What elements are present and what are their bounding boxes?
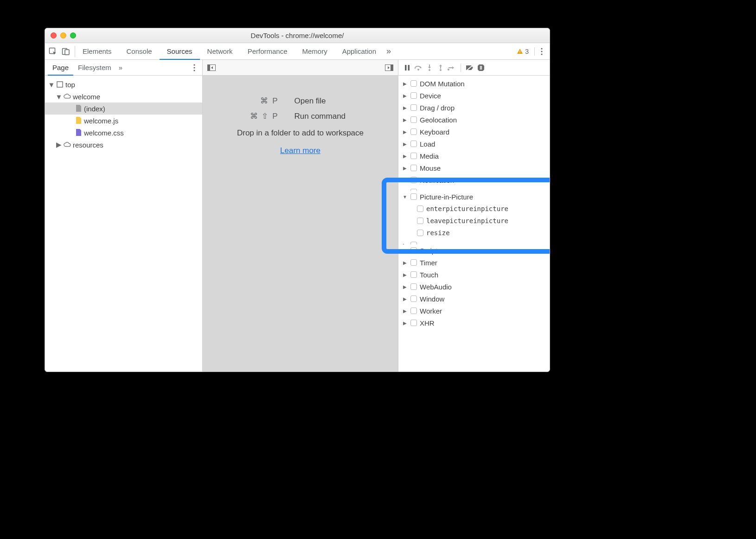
- category-label: Device: [420, 92, 441, 100]
- step-over-icon[interactable]: [413, 63, 423, 73]
- tree-node-domain[interactable]: ▼ welcome: [45, 90, 202, 103]
- tree-node-top[interactable]: ▼ top: [45, 78, 202, 90]
- checkbox[interactable]: [410, 242, 417, 244]
- event-category[interactable]: ▶ Geolocation: [398, 114, 550, 126]
- event-category[interactable]: ▶ Window: [398, 293, 550, 305]
- checkbox[interactable]: [417, 218, 423, 224]
- event-label: resize: [426, 229, 450, 237]
- tab-sources[interactable]: Sources: [160, 44, 200, 60]
- step-icon[interactable]: [447, 63, 457, 73]
- event-category[interactable]: ▶ Worker: [398, 305, 550, 317]
- checkbox[interactable]: [410, 128, 417, 135]
- chevron-right-icon: ▶: [402, 260, 408, 265]
- event-category[interactable]: ▶ XHR: [398, 317, 550, 329]
- settings-menu-icon[interactable]: [537, 48, 547, 55]
- category-label: Window: [420, 295, 444, 303]
- shortcut-keys: ⌘ P: [237, 96, 279, 106]
- checkbox[interactable]: [410, 153, 417, 159]
- event-item[interactable]: enterpictureinpicture: [398, 203, 550, 215]
- more-tabs-icon[interactable]: »: [384, 46, 394, 57]
- event-category[interactable]: ▶ Touch: [398, 269, 550, 281]
- step-into-icon[interactable]: [424, 63, 435, 73]
- tab-elements[interactable]: Elements: [75, 43, 119, 59]
- checkbox[interactable]: [417, 230, 423, 236]
- checkbox[interactable]: [410, 177, 417, 183]
- event-category[interactable]: ▶ Media: [398, 150, 550, 162]
- event-category[interactable]: ▶ Mouse: [398, 162, 550, 174]
- event-category[interactable]: ▶ WebAudio: [398, 281, 550, 293]
- checkbox[interactable]: [417, 205, 423, 212]
- more-subtabs-icon[interactable]: »: [116, 64, 125, 71]
- svg-point-5: [541, 48, 542, 49]
- event-item[interactable]: resize: [398, 227, 550, 239]
- close-window-button[interactable]: [51, 32, 57, 38]
- zoom-window-button[interactable]: [70, 32, 76, 38]
- checkbox[interactable]: [410, 141, 417, 147]
- minimize-window-button[interactable]: [60, 32, 66, 38]
- chevron-right-icon: ▶: [402, 105, 408, 110]
- subtab-filesystem[interactable]: Filesystem: [73, 60, 116, 75]
- checkbox[interactable]: [410, 92, 417, 99]
- event-category[interactable]: ▶ DOM Mutation: [398, 77, 550, 90]
- devtools-window: DevTools - chrome://welcome/ Elements Co…: [45, 28, 550, 372]
- learn-more-link[interactable]: Learn more: [280, 146, 320, 155]
- event-category[interactable]: ▶: [398, 239, 550, 244]
- pause-script-icon[interactable]: [402, 63, 412, 73]
- svg-point-20: [440, 69, 442, 71]
- tab-network[interactable]: Network: [200, 43, 240, 59]
- category-label: Worker: [420, 307, 442, 315]
- tree-node-resources[interactable]: ▶ resources: [45, 139, 202, 151]
- checkbox[interactable]: [410, 104, 417, 111]
- svg-point-8: [193, 64, 195, 65]
- navigator-menu-icon[interactable]: [189, 64, 199, 71]
- checkbox[interactable]: [410, 193, 417, 200]
- tab-console[interactable]: Console: [119, 43, 160, 59]
- checkbox[interactable]: [410, 189, 417, 191]
- warnings-badge[interactable]: 3: [513, 48, 532, 55]
- event-category-picture-in-picture[interactable]: ▼ Picture-in-Picture: [398, 191, 550, 203]
- tab-memory[interactable]: Memory: [295, 43, 335, 59]
- category-label: Picture-in-Picture: [420, 193, 473, 201]
- checkbox[interactable]: [410, 165, 417, 171]
- event-item[interactable]: leavepictureinpicture: [398, 215, 550, 227]
- tree-node-welcome-js[interactable]: welcome.js: [45, 115, 202, 127]
- checkbox[interactable]: [410, 295, 417, 302]
- event-category[interactable]: ▶ Notification: [398, 174, 550, 186]
- event-category[interactable]: ▶ Device: [398, 90, 550, 102]
- frame-icon: [56, 80, 64, 89]
- checkbox[interactable]: [410, 283, 417, 290]
- event-label: leavepictureinpicture: [426, 217, 508, 225]
- checkbox[interactable]: [410, 308, 417, 314]
- svg-point-18: [417, 69, 419, 71]
- event-category[interactable]: ▶ Keyboard: [398, 126, 550, 138]
- checkbox[interactable]: [410, 116, 417, 123]
- tab-application[interactable]: Application: [335, 43, 384, 59]
- cloud-icon: [64, 92, 71, 101]
- inspect-element-icon[interactable]: [48, 46, 58, 57]
- tree-label: (index): [84, 105, 105, 113]
- checkbox[interactable]: [410, 247, 417, 254]
- event-category[interactable]: ▶ Script: [398, 244, 550, 257]
- event-category[interactable]: ▶ Timer: [398, 257, 550, 269]
- checkbox[interactable]: [410, 80, 417, 87]
- tree-node-welcome-css[interactable]: welcome.css: [45, 127, 202, 139]
- event-category[interactable]: ▶ Drag / drop: [398, 102, 550, 114]
- tree-node-index[interactable]: (index): [45, 103, 202, 115]
- checkbox[interactable]: [410, 320, 417, 326]
- checkbox[interactable]: [410, 259, 417, 266]
- chevron-right-icon: ▶: [402, 117, 408, 122]
- debugger-toolbar: [398, 60, 550, 76]
- subtab-page[interactable]: Page: [48, 60, 73, 76]
- deactivate-breakpoints-icon[interactable]: [465, 63, 475, 73]
- device-toolbar-icon[interactable]: [61, 46, 71, 57]
- tab-performance[interactable]: Performance: [240, 43, 295, 59]
- step-out-icon[interactable]: [436, 63, 446, 73]
- navigator-subtabs: Page Filesystem »: [45, 60, 202, 76]
- event-category[interactable]: ▶: [398, 186, 550, 191]
- chevron-right-icon: ▶: [56, 142, 62, 148]
- event-category[interactable]: ▶ Load: [398, 138, 550, 150]
- show-debugger-icon[interactable]: [384, 63, 394, 73]
- checkbox[interactable]: [410, 271, 417, 278]
- pause-on-exceptions-icon[interactable]: [476, 63, 486, 73]
- show-navigator-icon[interactable]: [206, 63, 217, 73]
